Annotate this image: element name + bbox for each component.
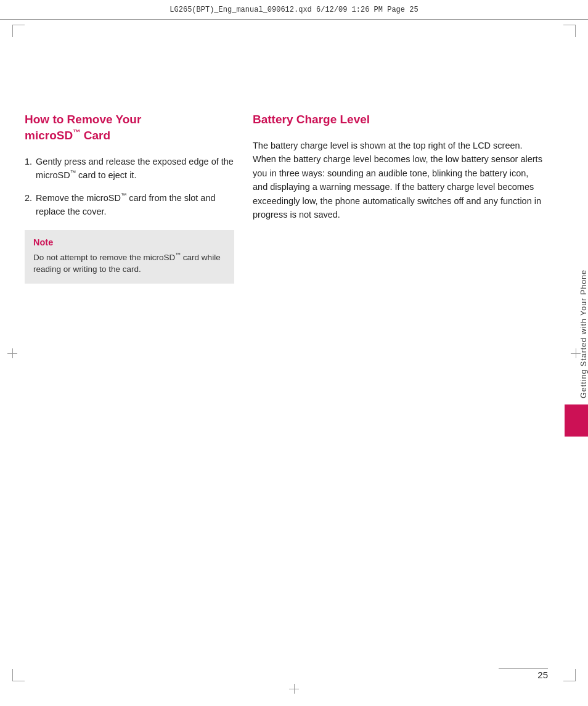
center-cross-left <box>7 348 17 358</box>
note-text: Do not attempt to remove the microSD™ ca… <box>33 251 226 276</box>
corner-mark-bl <box>12 669 25 681</box>
side-tab-text: Getting Started with Your Phone <box>574 269 588 398</box>
bottom-divider <box>499 668 548 669</box>
right-section-title: Battery Charge Level <box>253 112 545 128</box>
page-number: 25 <box>537 670 548 680</box>
left-section-title: How to Remove YourmicroSD™ Card <box>25 112 234 144</box>
step-2-number: 2. <box>25 191 32 219</box>
step-1-text: Gently press and release the exposed edg… <box>36 155 234 183</box>
center-cross-bottom <box>289 684 299 694</box>
content-area: How to Remove YourmicroSD™ Card 1. Gentl… <box>25 20 551 669</box>
step-1: 1. Gently press and release the exposed … <box>25 155 234 183</box>
steps-list: 1. Gently press and release the exposed … <box>25 155 234 219</box>
right-column: Battery Charge Level The battery charge … <box>253 20 551 669</box>
file-info: LG265(BPT)_Eng_manual_090612.qxd 6/12/09… <box>169 6 418 14</box>
left-column: How to Remove YourmicroSD™ Card 1. Gentl… <box>25 20 253 669</box>
side-tab-bar <box>565 404 588 437</box>
side-tab: Getting Started with Your Phone <box>554 0 588 706</box>
header-bar: LG265(BPT)_Eng_manual_090612.qxd 6/12/09… <box>0 0 588 20</box>
note-box: Note Do not attempt to remove the microS… <box>25 230 234 284</box>
step-2: 2. Remove the microSD™ card from the slo… <box>25 191 234 219</box>
corner-mark-tl <box>12 25 25 37</box>
step-1-number: 1. <box>25 155 32 183</box>
step-2-text: Remove the microSD™ card from the slot a… <box>36 191 234 219</box>
note-title: Note <box>33 237 226 247</box>
right-section-body: The battery charge level is shown at the… <box>253 139 545 222</box>
